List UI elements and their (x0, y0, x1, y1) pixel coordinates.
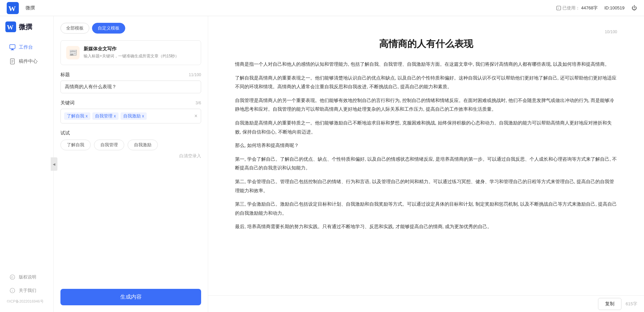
title-input[interactable] (60, 81, 201, 93)
power-button[interactable]: ⏻ (631, 5, 637, 11)
tab-all-templates[interactable]: 全部模板 (60, 23, 89, 34)
sidebar-item-drafts[interactable]: 稿件中心 (3, 55, 51, 68)
main-layout: W 微撰 工作台 稿件中心 © 版权说明 (0, 16, 644, 312)
usage-count: 44768字 (581, 5, 598, 11)
keyword-remove-1[interactable]: x (114, 114, 116, 118)
sidebar-item-about[interactable]: i 关于我们 (3, 284, 51, 297)
keywords-label-row: 关键词 3/6 (60, 100, 201, 106)
svg-rect-7 (11, 49, 13, 50)
title-section: 标题 11/100 (60, 72, 201, 93)
keywords-section: 关键词 3/6 了解自我 x 自我管理 x 自我激励 x (60, 100, 201, 123)
generate-btn-wrap: 生成内容 (60, 285, 201, 305)
sidebar-collapse-button[interactable]: ◀ (51, 157, 57, 171)
sidebar-bottom: © 版权说明 i 关于我们 ©ICP备2022016946号 (0, 270, 53, 307)
keyword-remove-2[interactable]: x (142, 114, 144, 118)
try-tag-1[interactable]: 自我管理 (94, 140, 124, 150)
sidebar-item-copyright[interactable]: © 版权说明 (3, 271, 51, 283)
article-para-4: 那么, 如何培养和提高情商呢？ (235, 141, 617, 150)
template-info: 新媒体全文写作 输入标题+关键词，一键准确生成所需文章（约15秒） (84, 46, 195, 59)
usage-info: i 已使用： 44768字 (556, 5, 598, 11)
topbar-right: i 已使用： 44768字 ID:100519 ⏻ (556, 5, 637, 11)
sidebar-logo-text: 微撰 (19, 22, 32, 32)
article-para-5: 第一, 学会了解自己。了解自己的优点、缺点、个性特质和偏好, 以及自己的情感状态… (235, 155, 617, 172)
topbar-left: W 微撰 (7, 2, 35, 14)
template-card-icon: 📰 (66, 46, 80, 59)
info-icon: i (556, 6, 561, 10)
keyword-remove-0[interactable]: x (86, 114, 88, 118)
article-footer: 复制 615字 (208, 295, 644, 312)
sidebar-about-label: 关于我们 (19, 288, 36, 294)
template-desc: 输入标题+关键词，一键准确生成所需文章（约15秒） (84, 53, 195, 59)
sidebar-copyright-label: 版权说明 (19, 274, 36, 280)
svg-text:W: W (7, 24, 13, 31)
keyword-text-2: 自我激励 (123, 113, 141, 119)
left-panel: 全部模板 自定义模板 📰 新媒体全文写作 输入标题+关键词，一键准确生成所需文章… (54, 16, 208, 312)
article-para-0: 情商是指一个人对自己和他人的感情的认知和管理能力, 包括了解自我、自我管理、自我… (235, 60, 617, 69)
topbar: W 微撰 i 已使用： 44768字 ID:100519 ⏻ (0, 0, 644, 16)
topbar-app-name: 微撰 (26, 5, 35, 11)
article-body: 情商是指一个人对自己和他人的感情的认知和管理能力, 包括了解自我、自我管理、自我… (235, 60, 617, 231)
keyword-tag-1[interactable]: 自我管理 x (92, 112, 119, 120)
svg-text:i: i (558, 7, 559, 10)
keyword-tag-0[interactable]: 了解自我 x (64, 112, 90, 120)
keyword-text-1: 自我管理 (95, 113, 112, 119)
template-card[interactable]: 📰 新媒体全文写作 输入标题+关键词，一键准确生成所需文章（约15秒） (60, 40, 201, 65)
sidebar-logo-icon: W (5, 21, 16, 32)
usage-label: 已使用： (562, 5, 580, 11)
title-label-row: 标题 11/100 (60, 72, 201, 78)
article-para-7: 第三, 学会激励自己。激励自己包括设定目标和计划、自我激励和自我奖励等方式。可以… (235, 200, 617, 217)
keywords-box[interactable]: 了解自我 x 自我管理 x 自我激励 x × (60, 109, 201, 123)
try-label: 试试 (60, 130, 201, 136)
article-para-2: 自我管理是高情商人的另一个重要表现。他们能够有效地控制自己的言行和行为, 控制自… (235, 96, 617, 114)
try-tag-0[interactable]: 了解自我 (60, 140, 91, 150)
keywords-label: 关键词 (60, 100, 75, 106)
article-container: 10/100 高情商的人有什么表现 情商是指一个人对自己和他人的感情的认知和管理… (208, 16, 644, 295)
template-name: 新媒体全文写作 (84, 46, 195, 52)
about-icon: i (9, 288, 15, 294)
keyword-text-0: 了解自我 (67, 113, 84, 119)
generate-button[interactable]: 生成内容 (60, 289, 201, 305)
svg-text:©: © (11, 276, 13, 279)
app-logo-icon: W (7, 2, 19, 14)
collapse-icon: ◀ (53, 162, 55, 166)
drafts-icon (9, 58, 15, 64)
svg-rect-8 (11, 50, 14, 50)
sidebar-workspace-label: 工作台 (19, 44, 33, 50)
try-tag-2[interactable]: 自我激励 (128, 140, 158, 150)
sidebar-drafts-label: 稿件中心 (19, 58, 38, 64)
copyright-icon: © (9, 274, 15, 280)
title-counter: 11/100 (189, 72, 201, 77)
sidebar: W 微撰 工作台 稿件中心 © 版权说明 (0, 16, 54, 312)
svg-text:W: W (8, 4, 16, 13)
sidebar-logo: W 微撰 (0, 21, 53, 40)
svg-rect-6 (10, 45, 15, 49)
try-tags: 了解自我 自我管理 自我激励 (60, 140, 201, 150)
svg-text:i: i (12, 289, 13, 293)
article-title: 高情商的人有什么表现 (235, 38, 617, 50)
workspace-icon (9, 44, 15, 50)
article-para-8: 最后, 培养高情商需要长期的努力和实践。只有通过不断地学习、反思和实践, 才能够… (235, 222, 617, 231)
copy-button[interactable]: 复制 (598, 298, 622, 310)
article-page-count: 10/100 (235, 30, 617, 34)
try-clear-button[interactable]: 白清空录入 (60, 153, 201, 159)
keywords-counter: 3/6 (195, 101, 201, 105)
title-label: 标题 (60, 72, 70, 78)
right-panel: 10/100 高情商的人有什么表现 情商是指一个人对自己和他人的感情的认知和管理… (208, 16, 644, 312)
keywords-clear-button[interactable]: × (194, 113, 197, 119)
user-id: ID:100519 (604, 5, 625, 10)
template-tabs: 全部模板 自定义模板 (60, 23, 201, 34)
content-area: 全部模板 自定义模板 📰 新媒体全文写作 输入标题+关键词，一键准确生成所需文章… (54, 16, 644, 312)
sidebar-item-workspace[interactable]: 工作台 (3, 41, 51, 54)
keyword-tag-2[interactable]: 自我激励 x (121, 112, 147, 120)
sidebar-icp: ©ICP备2022016946号 (0, 298, 53, 304)
try-section: 试试 了解自我 自我管理 自我激励 白清空录入 (60, 130, 201, 159)
article-para-3: 自我激励是高情商人的重要特质之一。他们能够激励自己不断地追求目标和梦想, 克服困… (235, 118, 617, 136)
word-count: 615字 (626, 301, 637, 307)
article-para-1: 了解自我是高情商人的重要表现之一。他们能够清楚地认识自己的优点和缺点, 以及自己… (235, 73, 617, 91)
tab-custom-templates[interactable]: 自定义模板 (92, 23, 125, 34)
article-para-6: 第二, 学会管理自己。管理自己包括控制自己的情绪、行为和言语, 以及管理自己的时… (235, 177, 617, 195)
